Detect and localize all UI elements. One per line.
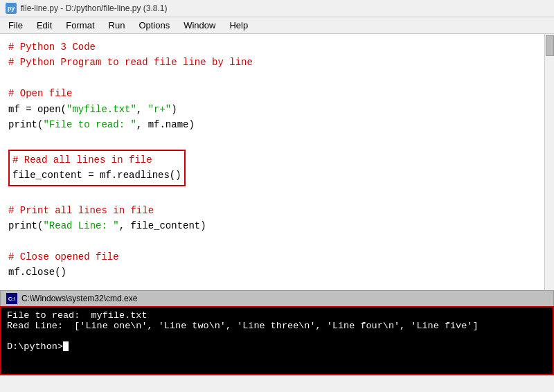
code-line-11: # Print all lines in file (8, 203, 546, 218)
code-line-10 (8, 188, 546, 203)
code-line-15: mf.close() (8, 265, 546, 280)
terminal-line-3 (7, 331, 547, 341)
code-line-8: # Read all lines in file (12, 152, 181, 168)
menu-run[interactable]: Run (103, 19, 131, 32)
code-line-12: print("Read Line: ", file_content) (8, 218, 546, 233)
terminal-icon: C:\ (6, 293, 17, 304)
title-bar: py file-line.py - D:/python/file-line.py… (0, 0, 554, 17)
terminal-prompt: D:\python> (7, 341, 547, 352)
code-line-13 (8, 234, 546, 249)
highlight-box: # Read all lines in file file_content = … (8, 150, 186, 186)
menu-options[interactable]: Options (133, 19, 175, 32)
menu-format[interactable]: Format (60, 19, 100, 32)
code-line-3 (8, 71, 546, 86)
code-line-7 (8, 132, 546, 148)
app-icon: py (6, 3, 17, 14)
code-line-4: # Open file (8, 86, 546, 101)
menu-edit[interactable]: Edit (31, 19, 57, 32)
terminal-titlebar: C:\ C:\Windows\system32\cmd.exe (0, 290, 554, 306)
code-line-9: file_content = mf.readlines() (12, 168, 181, 183)
terminal-body[interactable]: File to read: myfile.txt Read Line: ['Li… (0, 306, 554, 375)
terminal-title: C:\Windows\system32\cmd.exe (21, 294, 137, 303)
menu-help[interactable]: Help (224, 19, 253, 32)
menu-file[interactable]: File (3, 19, 28, 32)
code-line-2: # Python Program to read file line by li… (8, 55, 546, 70)
terminal-line-1: File to read: myfile.txt (7, 310, 547, 321)
code-line-1: # Python 3 Code (8, 39, 546, 55)
scrollbar[interactable] (544, 34, 554, 290)
editor-wrapper: # Python 3 Code # Python Program to read… (0, 34, 554, 290)
scrollbar-thumb[interactable] (546, 35, 554, 56)
title-bar-text: file-line.py - D:/python/file-line.py (3… (21, 3, 167, 13)
menu-bar: File Edit Format Run Options Window Help (0, 17, 554, 34)
code-editor[interactable]: # Python 3 Code # Python Program to read… (0, 34, 554, 290)
code-line-6: print("File to read: ", mf.name) (8, 117, 546, 132)
terminal-line-2: Read Line: ['Line one\n', 'Line two\n', … (7, 321, 547, 331)
cursor (63, 341, 69, 351)
menu-window[interactable]: Window (178, 19, 221, 32)
code-line-5: mf = open("myfile.txt", "r+") (8, 102, 546, 117)
code-line-14: # Close opened file (8, 249, 546, 265)
